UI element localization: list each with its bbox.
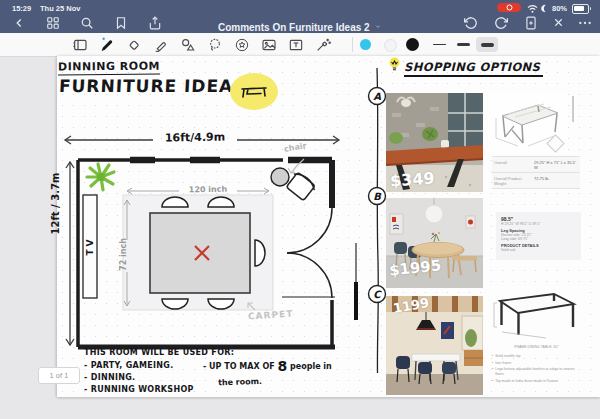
color-swatch-black-selected[interactable]	[406, 38, 419, 51]
page-sidebar-button[interactable]	[72, 37, 88, 53]
tool-ribbon	[0, 33, 600, 57]
shapes-tool[interactable]	[180, 37, 196, 53]
pen-tool-selected[interactable]	[99, 37, 115, 53]
option-label-a: A	[373, 91, 381, 102]
spec-label: Overall Product Weight	[492, 173, 532, 188]
carpet-depth-label: 72 inch	[119, 232, 128, 278]
product-c-caption: FRAME DINING TABLE, 60"	[488, 345, 585, 349]
stroke-medium[interactable]	[452, 37, 474, 52]
more-button[interactable]	[578, 16, 592, 30]
product-a-price: $349	[389, 168, 435, 190]
height-dimension-arrow	[66, 162, 74, 345]
side-table-circle	[271, 168, 289, 186]
capacity-prefix: - UP TO MAX OF	[203, 362, 275, 371]
eraser-tool[interactable]	[126, 37, 142, 53]
bullet-item: •Solid marble top	[492, 354, 582, 359]
page-subtitle: DINNING ROOM	[58, 60, 160, 76]
highlighter-tool[interactable]	[153, 37, 169, 53]
wifi-icon	[527, 4, 538, 13]
capacity-suffix: people in	[290, 362, 332, 371]
nav-bar: Comments On Furniture Ideas 2	[0, 13, 600, 33]
page-indicator: 1 of 1	[38, 367, 80, 384]
app-window: 15:29 Thu 25 Nov 80%	[0, 0, 600, 419]
undo-button[interactable]	[464, 16, 478, 30]
product-c-sketch: FRAME DINING TABLE, 60"	[488, 287, 585, 349]
plan-width-label: 16ft/4.9m	[150, 130, 240, 145]
notes-list: - PARTY, GAMEING. - DINNING. - RUNNING W…	[84, 360, 194, 396]
floor-plan-sketch: A B C	[57, 60, 387, 380]
note-item: - PARTY, GAMEING.	[84, 360, 194, 372]
status-time: 15:29	[12, 4, 31, 13]
stroke-thin[interactable]	[428, 37, 450, 52]
embedded-scrollbar	[572, 96, 574, 122]
spec-row: Overall 29.25" H x 71" L x 35.5" W	[492, 157, 580, 173]
header-bar: 15:29 Thu 25 Nov 80%	[0, 0, 600, 33]
section-divider-line	[377, 68, 378, 373]
status-date: Thu 25 Nov	[40, 4, 80, 13]
armchair-shape	[285, 170, 318, 202]
capacity-number: 8	[277, 358, 287, 374]
lightbulb-icon	[388, 57, 401, 73]
note-item: - DINNING.	[84, 372, 194, 384]
text-tool[interactable]	[288, 37, 304, 53]
highlight-ellipse	[230, 73, 278, 110]
notes-heading: THIS ROOM WILL BE USED FOR:	[84, 348, 234, 357]
spec-value: 72.75 lb.	[532, 173, 580, 188]
bullet-item: •Top made in India; base made in Taiwan	[492, 379, 582, 384]
chevron-down-icon	[374, 23, 382, 30]
tv-label: TV	[85, 232, 95, 260]
document-title: Comments On Furniture Ideas 2	[218, 22, 370, 33]
spec-dims: H 29.25" W 98.5" D 39.5"	[501, 222, 576, 226]
screen-recording-indicator[interactable]	[497, 3, 521, 12]
table-doodle-icon	[240, 84, 268, 100]
lasso-tool[interactable]	[207, 37, 223, 53]
sticker-tool[interactable]	[234, 37, 250, 53]
spec-row: Overall Product Weight 72.75 lb.	[492, 173, 580, 189]
product-a-spec-table: Overall 29.25" H x 71" L x 35.5" W Overa…	[492, 156, 580, 189]
spec-details: Solid oak	[501, 248, 576, 252]
door-swing-arcs	[282, 208, 335, 298]
spec-leg-long: Long side: 69.75"	[501, 237, 576, 241]
plan-height-label: 12ft / 3.7m	[50, 165, 61, 243]
redo-button[interactable]	[494, 16, 508, 30]
product-c-bullets: •Solid marble top •Iron frame •Legs feat…	[492, 354, 582, 385]
shopping-heading: SHOPPING OPTIONS	[404, 60, 543, 77]
spec-label: Overall	[492, 157, 532, 172]
spec-value: 29.25" H x 71" L x 35.5" W	[532, 157, 580, 172]
dining-table-rect	[150, 213, 250, 293]
capacity-note: - UP TO MAX OF 8 people in the room.	[203, 358, 353, 385]
record-icon	[506, 4, 513, 11]
carpet-width-label: 120 inch	[182, 185, 234, 195]
product-b-spec-box: 98.5" H 29.25" W 98.5" D 39.5" Leg Spaci…	[496, 212, 581, 260]
laser-pointer-tool[interactable]	[315, 37, 331, 53]
add-page-button[interactable]	[524, 16, 538, 30]
close-button[interactable]	[552, 16, 565, 29]
moon-icon	[540, 4, 548, 13]
battery-percent: 80%	[552, 4, 567, 13]
bullet-item: •Iron frame	[492, 361, 582, 366]
pen-connected-dot	[102, 37, 104, 39]
bullet-item: •Legs feature adjustable levelers to ada…	[492, 367, 582, 377]
toolbar-divider	[352, 37, 353, 52]
note-item: - RUNNING WORKSHOP	[84, 384, 194, 396]
page-title: FURNITURE IDEAS	[58, 76, 247, 96]
stroke-thick-selected[interactable]	[476, 37, 498, 52]
image-tool[interactable]	[261, 37, 277, 53]
color-swatch-cyan[interactable]	[360, 39, 371, 50]
color-swatch-white[interactable]	[384, 39, 397, 52]
plant-doodle	[87, 164, 114, 190]
